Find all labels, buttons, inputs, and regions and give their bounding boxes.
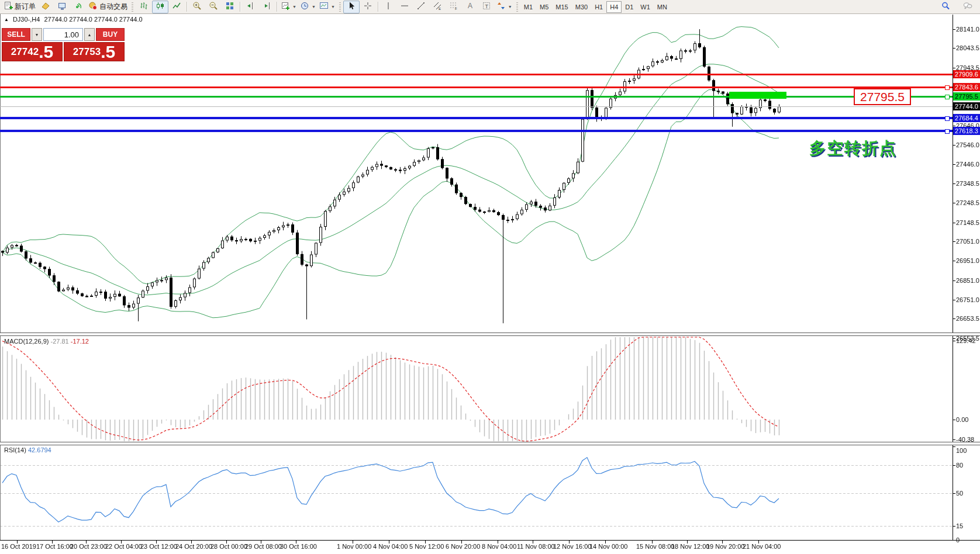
zoom-in-button[interactable] — [189, 1, 205, 13]
horizontal-line-object[interactable] — [0, 106, 953, 107]
price-tick-label: 27051.0 — [956, 238, 979, 245]
chart-surface[interactable] — [0, 0, 980, 554]
text-label-icon: T — [482, 1, 491, 12]
tf-m5[interactable]: M5 — [536, 1, 552, 13]
price-callout-box[interactable]: 27795.5 — [854, 88, 911, 105]
macd-label: MACD(12,26,9) -27.81 -17.12 — [4, 338, 89, 345]
horizontal-line-object[interactable] — [0, 96, 953, 98]
svg-text:E: E — [439, 7, 441, 11]
toolbar-drag-handle — [339, 2, 341, 12]
collapse-panel-icon[interactable]: ▲ — [4, 17, 9, 22]
macd-tick-label: -40.38 — [956, 436, 974, 443]
tf-mn[interactable]: MN — [654, 1, 671, 13]
rsi-tick-label: 100 — [956, 447, 967, 454]
horizontal-line-object[interactable] — [0, 86, 953, 88]
line-end-marker — [945, 116, 950, 121]
fibonacci-button[interactable]: F — [446, 1, 462, 13]
auto-scroll-button[interactable] — [258, 1, 275, 13]
buy-price-main: 27753 — [73, 46, 101, 58]
new-chart-button[interactable]: ▼ — [279, 1, 298, 13]
new-order-button[interactable]: 新订单 — [2, 1, 37, 13]
candlestick-button[interactable] — [152, 1, 168, 13]
new-chart-icon — [281, 1, 290, 12]
time-axis-label: 18 Nov 12:00 — [671, 543, 709, 550]
sell-price-main: 27742 — [11, 46, 39, 58]
arrows-button[interactable]: ▼ — [495, 1, 514, 13]
rsi-label: RSI(14) 42.6794 — [4, 446, 51, 453]
tf-w1[interactable]: W1 — [637, 1, 654, 13]
tf-h1[interactable]: H1 — [591, 1, 606, 13]
one-click-trading-panel: SELL ▼ ▲ BUY 27742 .5 27753 .5 — [2, 28, 126, 61]
time-axis-label: 23 Oct 12:00 — [140, 543, 177, 550]
horizontal-line-object[interactable] — [0, 130, 953, 132]
horizontal-line-button[interactable] — [396, 1, 413, 13]
volume-decrease-button[interactable]: ▼ — [32, 28, 42, 41]
chart-shift-button[interactable] — [242, 1, 258, 13]
highlight-zone-rect[interactable] — [729, 92, 786, 99]
buy-button[interactable]: BUY — [96, 28, 125, 41]
sell-price-button[interactable]: 27742 .5 — [2, 42, 63, 61]
rsi-tick-label: 15 — [956, 522, 963, 529]
crosshair-button[interactable] — [360, 1, 376, 13]
rsi-tick-label: 0 — [956, 536, 960, 543]
trendline-button[interactable] — [413, 1, 429, 13]
tf-mn-label: MN — [657, 4, 667, 11]
trendline-icon — [416, 1, 426, 12]
horizontal-line-object[interactable] — [0, 74, 953, 75]
tf-d1[interactable]: D1 — [622, 1, 637, 13]
tf-m15[interactable]: M15 — [552, 1, 571, 13]
bar-chart-button[interactable] — [136, 1, 152, 13]
tf-h4-label: H4 — [610, 4, 618, 11]
autotrading-button[interactable]: 自动交易 — [87, 1, 129, 13]
buy-price-button[interactable]: 27753 .5 — [64, 42, 125, 61]
pane-separator-macd[interactable] — [0, 333, 980, 336]
text-button[interactable]: A — [462, 1, 478, 13]
line-chart-button[interactable] — [168, 1, 185, 13]
market-watch-button[interactable] — [37, 1, 54, 13]
dropdown-arrow-icon: ▼ — [508, 5, 512, 9]
time-axis-label: 1 Nov 00:00 — [337, 543, 371, 550]
time-axis-label: 24 Oct 20:00 — [175, 543, 212, 550]
tf-m1[interactable]: M1 — [520, 1, 536, 13]
signals-button[interactable] — [70, 1, 87, 13]
horizontal-line-object[interactable] — [0, 117, 953, 119]
macd-tick-label: 0.00 — [956, 416, 968, 423]
rsi-tick-label: 50 — [956, 490, 963, 497]
time-axis-line — [0, 540, 980, 541]
arrows-icon — [496, 1, 506, 12]
time-axis-label: 15 Nov 08:00 — [636, 543, 674, 550]
cursor-icon — [347, 1, 356, 12]
time-axis-label: 12 Nov 16:00 — [553, 543, 591, 550]
sell-button[interactable]: SELL — [2, 28, 30, 41]
equidistant-channel-button[interactable]: E — [429, 1, 446, 13]
time-axis-label: 14 Nov 00:00 — [589, 543, 627, 550]
symbol-search-button[interactable] — [937, 1, 954, 13]
vertical-line-button[interactable] — [380, 1, 396, 13]
signals-icon — [74, 1, 83, 12]
tf-m1-label: M1 — [524, 4, 533, 11]
chat-button[interactable] — [960, 1, 976, 13]
periods-button[interactable]: ▼ — [298, 1, 318, 13]
tile-windows-button[interactable] — [222, 1, 238, 13]
annotation-text[interactable]: 多空转折点 — [809, 137, 897, 160]
time-axis-label: 11 Nov 08:00 — [517, 543, 555, 550]
price-tick-label: 26751.0 — [956, 296, 979, 303]
volume-increase-button[interactable]: ▲ — [84, 28, 95, 41]
zoom-out-button[interactable] — [205, 1, 222, 13]
pane-separator-rsi[interactable] — [0, 442, 980, 445]
terminal-button[interactable] — [54, 1, 70, 13]
text-label-button[interactable]: T — [478, 1, 495, 13]
volume-input[interactable] — [43, 28, 83, 41]
cursor-button[interactable] — [343, 1, 360, 13]
tf-m30[interactable]: M30 — [572, 1, 591, 13]
time-axis-label: 22 Oct 04:00 — [105, 543, 142, 550]
templates-button[interactable]: ▼ — [318, 1, 337, 13]
zoom-out-icon — [209, 1, 218, 12]
dropdown-arrow-icon: ▼ — [312, 5, 316, 9]
tf-w1-label: W1 — [640, 4, 650, 11]
tf-h4[interactable]: H4 — [606, 1, 622, 13]
vertical-line-icon — [384, 1, 393, 12]
tf-m5-label: M5 — [540, 4, 548, 11]
price-tick-label: 28141.0 — [956, 26, 979, 33]
bar-chart-icon — [139, 1, 149, 12]
